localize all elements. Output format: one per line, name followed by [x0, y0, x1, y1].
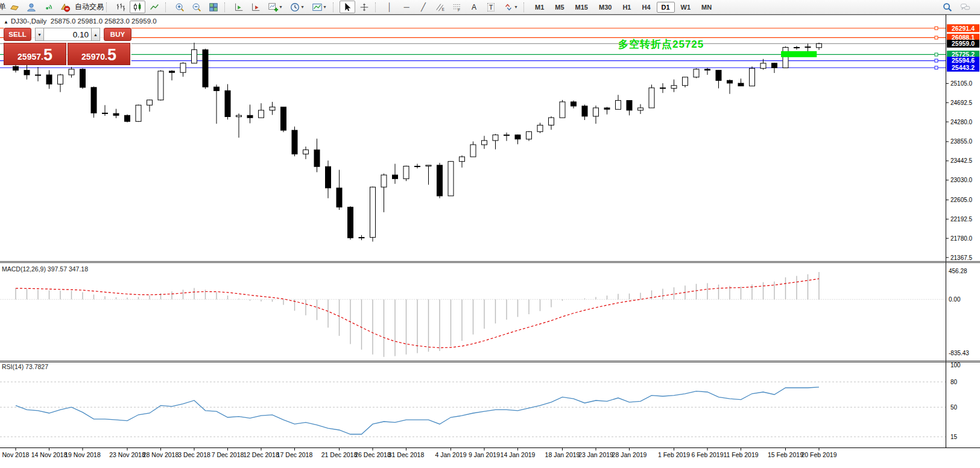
buy-price-display[interactable]: 25970.5: [68, 43, 130, 65]
zoom-out-icon[interactable]: [189, 1, 204, 13]
zoom-in-icon[interactable]: [172, 1, 188, 13]
chart-symbol-period: DJ30-,Daily: [11, 17, 46, 25]
svg-text:21367.5: 21367.5: [950, 255, 973, 261]
crosshair-icon[interactable]: [356, 1, 372, 13]
chart-shift-icon[interactable]: [248, 1, 264, 13]
chevron-down-icon[interactable]: ▾: [323, 4, 326, 10]
search-icon[interactable]: [940, 1, 955, 13]
chart-title: ▲DJ30-,Daily 25875.0 25981.0 25823.0 259…: [4, 17, 157, 25]
toolbar-separator: [333, 2, 337, 12]
highlight-rect-object[interactable]: [781, 51, 817, 57]
line-handle: [935, 59, 938, 62]
timeframe-m15-button[interactable]: M15: [571, 2, 593, 13]
chevron-down-icon[interactable]: ▾: [514, 4, 517, 10]
vertical-line-tool-icon[interactable]: │: [382, 1, 397, 13]
timeframe-m1-button[interactable]: M1: [530, 2, 549, 13]
toolbar-separator: [224, 2, 229, 12]
volume-input[interactable]: 0.10: [44, 28, 91, 41]
svg-text:25443.2: 25443.2: [952, 64, 975, 71]
timeframe-d1-button[interactable]: D1: [657, 2, 675, 13]
sell-price-main: 25957.: [17, 50, 43, 63]
horizontal-line-tool-icon[interactable]: ─: [399, 1, 414, 13]
chevron-down-icon[interactable]: ▾: [279, 4, 282, 10]
svg-text:25594.6: 25594.6: [952, 57, 975, 64]
text-label-tool-icon[interactable]: T: [483, 1, 499, 13]
templates-icon[interactable]: ▾: [308, 1, 330, 13]
new-order-icon[interactable]: [7, 1, 22, 13]
signals-icon[interactable]: [40, 1, 56, 13]
line-chart-icon[interactable]: [147, 1, 162, 13]
svg-text:22192.5: 22192.5: [950, 216, 973, 223]
svg-text:22605.0: 22605.0: [950, 197, 973, 203]
mql5-community-icon[interactable]: [24, 1, 39, 13]
autotrading-label[interactable]: 自动交易: [75, 2, 104, 12]
svg-text:7 Dec 2018: 7 Dec 2018: [212, 451, 244, 458]
cursor-icon[interactable]: [340, 1, 355, 13]
svg-text:20 Feb 2019: 20 Feb 2019: [801, 451, 837, 458]
svg-text:25105.0: 25105.0: [950, 80, 973, 87]
equidistant-channel-tool-icon[interactable]: E: [432, 1, 448, 13]
svg-text:15: 15: [950, 434, 958, 440]
volume-increase-button[interactable]: ▲: [91, 28, 100, 41]
svg-text:14 Nov 2018: 14 Nov 2018: [31, 451, 68, 458]
timeframe-w1-button[interactable]: W1: [676, 2, 696, 13]
svg-text:11 Feb 2019: 11 Feb 2019: [723, 451, 758, 458]
svg-text:4 Jan 2019: 4 Jan 2019: [435, 451, 467, 458]
svg-text:21 Dec 2018: 21 Dec 2018: [321, 451, 358, 458]
svg-text:28 Nov 2018: 28 Nov 2018: [143, 451, 179, 458]
svg-text:100: 100: [950, 362, 961, 368]
chart-annotation-text[interactable]: 多空转折点25725: [618, 37, 704, 51]
periods-clock-icon[interactable]: ▾: [286, 1, 307, 13]
toolbar-separator: [106, 2, 110, 12]
svg-text:3 Dec 2018: 3 Dec 2018: [178, 451, 210, 458]
arrows-tool-icon[interactable]: ▾: [500, 1, 520, 13]
svg-text:1 Feb 2019: 1 Feb 2019: [658, 451, 690, 458]
candlestick-chart-icon[interactable]: [130, 1, 145, 13]
timeframe-mn-button[interactable]: MN: [697, 2, 716, 13]
svg-text:21780.0: 21780.0: [950, 235, 973, 242]
timeframe-m5-button[interactable]: M5: [550, 2, 569, 13]
svg-text:23855.0: 23855.0: [950, 138, 973, 145]
svg-text:18 Jan 2019: 18 Jan 2019: [545, 451, 580, 458]
sell-price-display[interactable]: 25957.5: [4, 43, 66, 65]
new-order-label-fragment[interactable]: 单: [0, 2, 6, 12]
svg-text:9 Jan 2019: 9 Jan 2019: [469, 451, 500, 458]
line-handle: [935, 53, 938, 56]
chevron-down-icon[interactable]: ▾: [301, 4, 303, 10]
indicators-icon[interactable]: ▾: [265, 1, 285, 13]
one-click-trading-panel: SELL ▼ 0.10 ▲ BUY 25957.5 25970.5: [4, 27, 131, 65]
svg-text:23030.0: 23030.0: [950, 177, 973, 183]
svg-text:24692.5: 24692.5: [950, 100, 973, 106]
svg-text:E: E: [442, 7, 444, 11]
toolbar-separator: [523, 2, 528, 12]
svg-text:6 Feb 2019: 6 Feb 2019: [691, 451, 723, 458]
chart-background: [0, 14, 980, 468]
svg-text:19 Nov 2018: 19 Nov 2018: [65, 451, 101, 458]
chart-window[interactable]: 25105.024692.524280.023855.023442.523030…: [0, 14, 980, 468]
svg-text:15 Feb 2019: 15 Feb 2019: [768, 451, 803, 458]
one-click-collapse-icon[interactable]: ▲: [4, 19, 8, 25]
svg-text:26 Dec 2018: 26 Dec 2018: [355, 451, 391, 458]
timeframe-h1-button[interactable]: H1: [618, 2, 636, 13]
svg-text:23 Nov 2018: 23 Nov 2018: [109, 451, 145, 458]
toolbar-separator: [375, 2, 379, 12]
chart-canvas[interactable]: 25105.024692.524280.023855.023442.523030…: [0, 14, 980, 468]
auto-scroll-icon[interactable]: [231, 1, 247, 13]
volume-decrease-button[interactable]: ▼: [35, 28, 44, 41]
svg-text:14 Jan 2019: 14 Jan 2019: [501, 451, 536, 458]
timeframe-h4-button[interactable]: H4: [637, 2, 655, 13]
tile-windows-icon[interactable]: [206, 1, 221, 13]
svg-text:80: 80: [950, 379, 958, 385]
fibonacci-tool-icon[interactable]: F: [449, 1, 465, 13]
trendline-tool-icon[interactable]: ╱: [416, 1, 431, 13]
buy-button[interactable]: BUY: [104, 28, 131, 41]
svg-text:-835.43: -835.43: [949, 350, 969, 356]
chat-icon[interactable]: [956, 1, 975, 13]
svg-text:17 Dec 2018: 17 Dec 2018: [277, 451, 313, 458]
bar-chart-icon[interactable]: [113, 1, 128, 13]
sell-button[interactable]: SELL: [4, 28, 31, 41]
text-tool-icon[interactable]: A: [466, 1, 482, 13]
svg-text:50: 50: [950, 404, 958, 411]
autotrading-icon[interactable]: [57, 1, 73, 13]
timeframe-m30-button[interactable]: M30: [594, 2, 616, 13]
